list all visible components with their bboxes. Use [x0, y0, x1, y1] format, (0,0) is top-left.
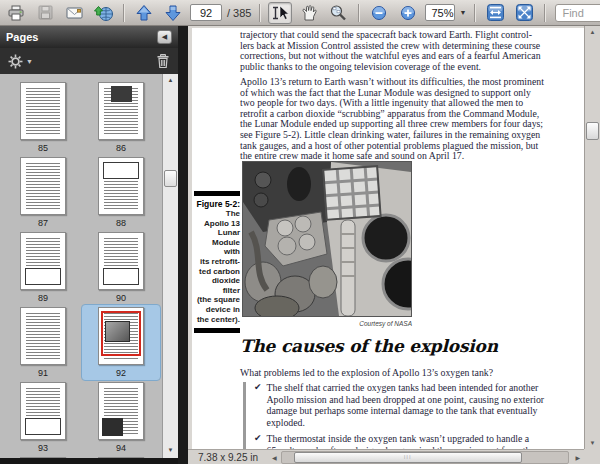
main-toolbar: / 385 75% ▼ ▼ [0, 0, 600, 26]
figure-caption-text: The Apollo 13 Lunar Module with its retr… [194, 209, 240, 324]
share-globe-icon [93, 3, 114, 22]
next-page-icon [164, 4, 182, 22]
page-thumbnail[interactable]: 86 [82, 80, 160, 155]
toolbar-separator [259, 4, 260, 22]
pages-panel-toolbar: ▼ [0, 48, 178, 74]
thumbnail-page-number: 87 [38, 218, 48, 228]
thumbnail-page-number: 91 [38, 368, 48, 378]
zoom-in-button[interactable] [396, 2, 420, 24]
thumbnail-page-number: 88 [116, 218, 126, 228]
horizontal-scrollbar-thumb[interactable]: ⁞⁞⁞ [294, 452, 522, 463]
previous-page-icon [135, 4, 153, 22]
thumbnail-page-image [20, 157, 66, 215]
thumbnail-page-image [98, 157, 144, 215]
share-button[interactable] [91, 2, 115, 24]
bullet-text: The thermostat inside the oxygen tank wa… [267, 433, 535, 449]
scrollbar-grip-icon: ⁞⁞⁞ [404, 454, 412, 460]
pdf-page: trajectory that could send the spacecraf… [192, 28, 584, 449]
fit-page-button[interactable] [512, 2, 536, 24]
email-button[interactable] [62, 2, 86, 24]
paragraph: trajectory that could send the spacecraf… [240, 30, 570, 72]
page-thumbnail[interactable]: 88 [82, 155, 160, 230]
page-thumbnail[interactable]: 92 [82, 305, 160, 380]
page-thumbnail[interactable]: 96 [82, 455, 160, 458]
bullet-list: ✔ The shelf that carried the oxygen tank… [243, 382, 570, 449]
find-input[interactable] [555, 4, 600, 22]
lead-sentence: What problems led to the explosion of Ap… [240, 367, 570, 378]
thumbnail-page-image [20, 232, 66, 290]
previous-page-button[interactable] [132, 2, 156, 24]
scroll-right-icon[interactable]: ▶ [571, 454, 584, 461]
print-button[interactable] [4, 2, 28, 24]
thumbnail-page-number: 92 [116, 368, 126, 378]
thumbnail-page-number: 85 [38, 143, 48, 153]
panel-divider[interactable] [178, 26, 188, 464]
checkmark-bullet-icon: ✔ [254, 433, 262, 449]
thumbnail-page-number: 86 [116, 143, 126, 153]
hand-tool-button[interactable] [297, 2, 321, 24]
document-pane: trajectory that could send the spacecraf… [188, 26, 600, 464]
page-thumbnail[interactable]: 87 [4, 155, 82, 230]
page-size-label: 7.38 x 9.25 in [188, 452, 268, 463]
zoom-out-icon [371, 5, 387, 21]
fit-width-button[interactable] [483, 2, 507, 24]
page-number-input[interactable] [190, 4, 222, 21]
page-thumbnail[interactable]: 89 [4, 230, 82, 305]
figure-caption: Figure 5-2: The Apollo 13 Lunar Module w… [194, 191, 240, 333]
page-total-label: / 385 [227, 7, 251, 19]
gear-icon [8, 54, 23, 69]
vertical-scrollbar[interactable]: ▲ ▼ [584, 26, 600, 449]
scroll-up-icon[interactable]: ▲ [168, 74, 174, 86]
figure-photo [242, 161, 412, 317]
marquee-zoom-button[interactable] [326, 2, 350, 24]
caption-rule [194, 328, 240, 333]
thumbnail-page-image [20, 307, 66, 365]
sidebar-scrollbar-thumb[interactable] [164, 170, 177, 187]
photo-credit: Courtesy of NASA [292, 320, 412, 327]
scroll-down-icon[interactable]: ▼ [585, 440, 600, 446]
bullet-item: ✔ The shelf that carried the oxygen tank… [254, 382, 570, 428]
page-thumbnails-list: 85 86 87 88 89 [0, 74, 162, 458]
page-thumbnail[interactable]: 85 [4, 80, 82, 155]
next-page-button[interactable] [161, 2, 185, 24]
status-scroll-row: 7.38 x 9.25 in ◀ ⁞⁞⁞ ▶ [188, 449, 584, 464]
caption-rule [194, 191, 240, 196]
zoom-out-button[interactable] [367, 2, 391, 24]
checkmark-bullet-icon: ✔ [254, 382, 262, 428]
select-tool-icon [270, 4, 290, 22]
trash-icon [156, 53, 170, 69]
thumbnail-page-image [98, 232, 144, 290]
scrollbar-corner [584, 449, 600, 464]
page-thumbnail[interactable]: 90 [82, 230, 160, 305]
delete-pages-button[interactable] [156, 53, 170, 69]
select-tool-button[interactable] [268, 2, 292, 24]
collapse-panel-button[interactable]: ◀ [157, 30, 172, 44]
hand-tool-icon [300, 4, 318, 22]
scroll-left-icon[interactable]: ◀ [268, 454, 281, 461]
zoom-level-value[interactable]: 75% [425, 4, 454, 21]
panel-options-button[interactable]: ▼ [8, 54, 33, 69]
section-heading: The causes of the explosion [240, 336, 498, 356]
toolbar-separator [358, 4, 359, 22]
thumbnail-page-image [98, 382, 144, 440]
page-thumbnail[interactable]: 94 [82, 380, 160, 455]
save-button[interactable] [33, 2, 57, 24]
page-thumbnail[interactable]: 91 [4, 305, 82, 380]
scroll-down-icon[interactable]: ▼ [168, 444, 174, 456]
sidebar-scrollbar[interactable]: ▲ ▼ [162, 74, 178, 458]
fit-width-icon [486, 3, 505, 22]
toolbar-separator [474, 4, 475, 22]
zoom-dropdown-icon: ▼ [460, 9, 467, 16]
print-icon [7, 4, 25, 22]
thumbnail-page-image [98, 307, 144, 365]
zoom-dropdown-button[interactable]: ▼ [460, 4, 467, 21]
bullet-text: The shelf that carried the oxygen tanks … [267, 382, 545, 428]
fit-page-icon [515, 3, 534, 22]
page-thumbnail[interactable]: 93 [4, 380, 82, 455]
scroll-up-icon[interactable]: ▲ [585, 29, 600, 35]
vertical-scrollbar-thumb[interactable] [586, 122, 599, 140]
thumbnail-page-number: 93 [38, 443, 48, 453]
thumbnail-page-image [20, 457, 66, 458]
horizontal-scrollbar[interactable]: ⁞⁞⁞ [281, 451, 570, 464]
page-thumbnail[interactable]: 95 [4, 455, 82, 458]
